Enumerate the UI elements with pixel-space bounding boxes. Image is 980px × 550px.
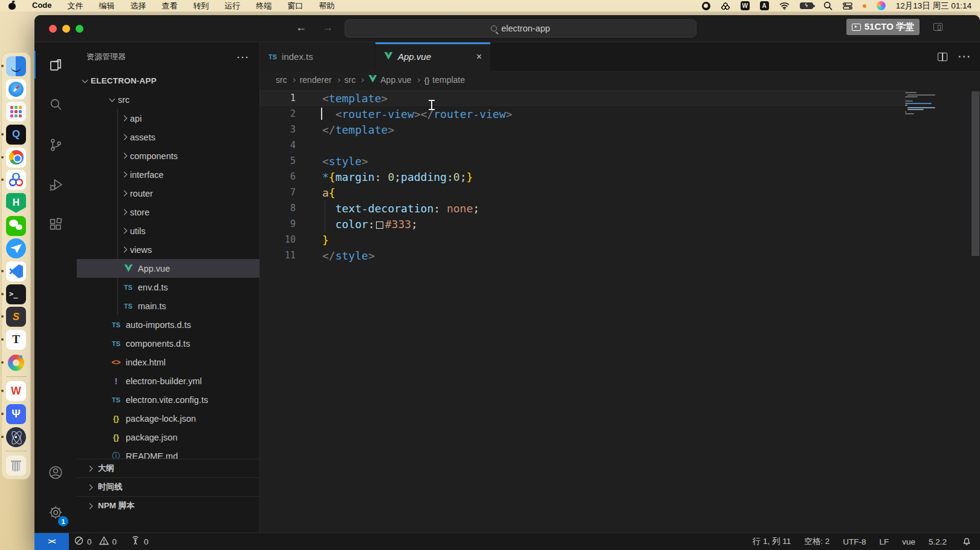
tree-item-package-lock-json[interactable]: {}package-lock.json bbox=[77, 409, 259, 428]
breadcrumb-item[interactable]: renderer bbox=[300, 75, 332, 85]
activity-debug-icon[interactable] bbox=[34, 165, 77, 205]
tree-item-electron-builder-yml[interactable]: !electron-builder.yml bbox=[77, 372, 259, 390]
status-language-mode[interactable]: vue bbox=[895, 537, 922, 546]
command-center-search[interactable]: electron-app bbox=[345, 19, 696, 38]
tree-item-assets[interactable]: assets bbox=[77, 128, 259, 146]
traffic-light-close-button[interactable] bbox=[49, 25, 57, 33]
code-line-3[interactable]: 3</template> bbox=[260, 122, 980, 137]
tree-item-src[interactable]: src bbox=[77, 90, 259, 109]
dock-item-wechat[interactable] bbox=[4, 215, 28, 237]
code-line-8[interactable]: 8 text-decoration: none; bbox=[260, 200, 980, 216]
code-line-7[interactable]: 7a{ bbox=[260, 185, 980, 200]
wps-menu-icon[interactable]: W bbox=[741, 1, 750, 10]
window-title-bar[interactable]: ← → electron-app 51CTO 学堂 bbox=[34, 15, 980, 42]
tree-item-interface[interactable]: interface bbox=[77, 165, 259, 184]
status-eol[interactable]: LF bbox=[872, 537, 895, 546]
code-line-2[interactable]: 2 <router-view></router-view> bbox=[260, 106, 980, 122]
tree-item-api[interactable]: api bbox=[77, 109, 259, 128]
navigate-back-button[interactable]: ← bbox=[296, 21, 307, 34]
code-line-9[interactable]: 9 color:#333; bbox=[260, 216, 980, 232]
remote-indicator[interactable]: >< bbox=[34, 533, 69, 550]
menu-item-6[interactable]: 运行 bbox=[225, 1, 241, 11]
sidebar-panel-大纲[interactable]: 大纲 bbox=[77, 459, 259, 477]
dock-item-sublime[interactable]: S bbox=[4, 306, 28, 327]
activity-scm-icon[interactable] bbox=[34, 125, 77, 165]
editor-more-actions-icon[interactable]: ··· bbox=[958, 51, 972, 62]
explorer-more-actions-button[interactable]: ··· bbox=[237, 52, 250, 62]
tree-item-components-d-ts[interactable]: TScomponents.d.ts bbox=[77, 334, 259, 353]
tree-item-utils[interactable]: utils bbox=[77, 221, 259, 240]
code-line-1[interactable]: 1<template> bbox=[260, 90, 907, 106]
status-version[interactable]: 5.2.2 bbox=[922, 537, 953, 546]
menu-bar-clock[interactable]: 12月13日 周三 01:14 bbox=[896, 1, 972, 11]
close-icon[interactable]: × bbox=[476, 51, 482, 62]
battery-icon[interactable]: ϟ bbox=[800, 2, 813, 9]
menu-item-1[interactable]: 文件 bbox=[68, 1, 83, 11]
breadcrumb-item[interactable]: src bbox=[345, 75, 356, 85]
code-line-4[interactable]: 4 bbox=[260, 137, 980, 153]
tree-item-env-d-ts[interactable]: TSenv.d.ts bbox=[77, 278, 259, 296]
status-encoding[interactable]: UTF-8 bbox=[836, 537, 872, 546]
tab-app-vue[interactable]: App.vue× bbox=[375, 42, 490, 71]
tree-item-main-ts[interactable]: TSmain.ts bbox=[77, 296, 259, 315]
dock-item-chrome[interactable] bbox=[4, 147, 28, 168]
apple-menu-icon[interactable] bbox=[8, 1, 16, 10]
breadcrumb-item[interactable]: {}template bbox=[424, 75, 465, 85]
activity-search-icon[interactable] bbox=[34, 85, 77, 125]
tree-item-readme-md[interactable]: ⓘREADME.md bbox=[77, 447, 259, 459]
tree-item-electron-app[interactable]: ELECTRON-APP bbox=[77, 71, 259, 90]
status-cursor-position[interactable]: 行 1, 列 11 bbox=[746, 536, 798, 547]
menu-item-8[interactable]: 窗口 bbox=[288, 1, 303, 11]
minimap[interactable] bbox=[905, 92, 934, 116]
dock-item-thunder[interactable] bbox=[4, 169, 28, 191]
dock-item-typora[interactable]: T bbox=[4, 329, 28, 350]
tree-item-views[interactable]: views bbox=[77, 240, 259, 259]
control-center-icon[interactable] bbox=[843, 2, 852, 10]
code-line-6[interactable]: 6*{margin: 0;padding:0;} bbox=[260, 169, 980, 185]
tree-item-store[interactable]: store bbox=[77, 203, 259, 221]
code-line-11[interactable]: 11</style> bbox=[260, 247, 980, 263]
tree-item-index-html[interactable]: <>index.html bbox=[77, 353, 259, 372]
menu-item-0[interactable]: Code bbox=[32, 1, 52, 11]
dock-item-palette[interactable] bbox=[4, 352, 28, 373]
three-circles-app-icon[interactable] bbox=[721, 2, 730, 10]
dock-item-trash[interactable] bbox=[4, 455, 28, 476]
menu-item-9[interactable]: 帮助 bbox=[319, 1, 335, 11]
customize-layout-icon[interactable] bbox=[933, 23, 943, 31]
wifi-icon[interactable] bbox=[779, 2, 790, 10]
dock-item-deer[interactable]: Ψ bbox=[4, 404, 28, 425]
bell-icon[interactable] bbox=[953, 536, 980, 548]
dock-item-vscode[interactable] bbox=[4, 261, 28, 282]
menu-item-3[interactable]: 选择 bbox=[131, 1, 146, 11]
dock-item-finder[interactable] bbox=[4, 56, 28, 77]
tree-item-app-vue[interactable]: App.vue bbox=[77, 259, 259, 278]
spotlight-icon[interactable] bbox=[823, 1, 832, 10]
screen-recording-icon[interactable] bbox=[702, 2, 710, 10]
dock-item-terminal[interactable]: >_ bbox=[4, 284, 28, 305]
siri-icon[interactable] bbox=[877, 1, 886, 10]
breadcrumbs[interactable]: srcrenderersrcApp.vue{}template bbox=[260, 71, 980, 89]
tree-item-router[interactable]: router bbox=[77, 184, 259, 203]
breadcrumb-item[interactable]: src bbox=[276, 75, 287, 85]
traffic-light-zoom-button[interactable] bbox=[76, 25, 83, 33]
editor-scrollbar[interactable] bbox=[972, 91, 979, 256]
activity-settings-icon[interactable]: 1 bbox=[34, 493, 77, 532]
menu-item-4[interactable]: 查看 bbox=[162, 1, 178, 11]
dock-item-wps[interactable]: W bbox=[4, 381, 28, 402]
dock-item-dingtalk[interactable] bbox=[4, 238, 28, 259]
problems-indicator[interactable]: 0 0 bbox=[69, 533, 122, 550]
menu-item-2[interactable]: 编辑 bbox=[99, 1, 115, 11]
app-a-menu-icon[interactable]: A bbox=[760, 1, 769, 10]
breadcrumb-item[interactable]: App.vue bbox=[368, 75, 411, 85]
navigate-forward-button[interactable]: → bbox=[322, 21, 333, 34]
dock-item-safari[interactable] bbox=[4, 79, 28, 100]
sidebar-panel-时间线[interactable]: 时间线 bbox=[77, 477, 259, 496]
tree-item-electron-vite-config-ts[interactable]: TSelectron.vite.config.ts bbox=[77, 390, 259, 409]
dock-item-hbuilder[interactable]: H bbox=[4, 192, 28, 214]
code-editor[interactable]: 1<template>2 <router-view></router-view>… bbox=[260, 89, 980, 532]
ports-indicator[interactable]: 0 bbox=[122, 533, 154, 550]
tree-item-components[interactable]: components bbox=[77, 146, 259, 165]
tree-item-auto-imports-d-ts[interactable]: TSauto-imports.d.ts bbox=[77, 315, 259, 334]
split-editor-icon[interactable] bbox=[938, 53, 947, 61]
dock-item-quicktime[interactable]: Q bbox=[4, 124, 28, 145]
